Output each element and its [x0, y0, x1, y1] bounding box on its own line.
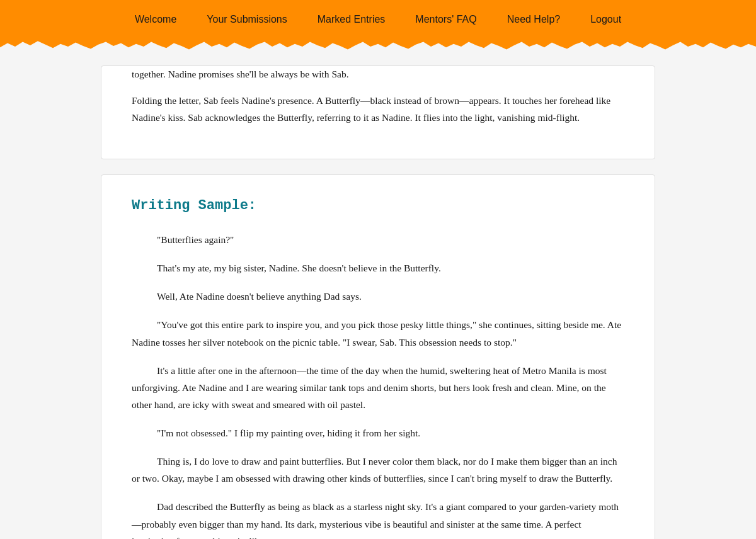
story-para-6: "I'm not obsessed." I flip my painting o…	[132, 424, 624, 441]
story-para-2: That's my ate, my big sister, Nadine. Sh…	[132, 259, 624, 276]
main-nav: Welcome Your Submissions Marked Entries …	[0, 0, 756, 39]
main-content: together. Nadine promises she'll be alwa…	[88, 53, 668, 539]
nav-link-submissions[interactable]: Your Submissions	[207, 14, 287, 25]
story-para-7: Thing is, I do love to draw and paint bu…	[132, 453, 624, 487]
nav-item-need-help[interactable]: Need Help?	[507, 14, 561, 25]
nav-torn-edge	[0, 39, 756, 53]
nav-item-mentors-faq[interactable]: Mentors' FAQ	[415, 14, 476, 25]
writing-sample-heading: Writing Sample:	[132, 198, 624, 213]
nav-link-welcome[interactable]: Welcome	[135, 14, 176, 25]
story-para-5: It's a little after one in the afternoon…	[132, 362, 624, 413]
nav-item-logout[interactable]: Logout	[590, 14, 621, 25]
partial-summary-card: together. Nadine promises she'll be alwa…	[101, 65, 655, 159]
nav-item-welcome[interactable]: Welcome	[135, 14, 176, 25]
partial-para-2: Folding the letter, Sab feels Nadine's p…	[132, 93, 624, 126]
partial-para-1: together. Nadine promises she'll be alwa…	[132, 66, 624, 82]
writing-sample-card: Writing Sample: "Butterflies again?" Tha…	[101, 174, 655, 539]
nav-item-marked-entries[interactable]: Marked Entries	[318, 14, 386, 25]
nav-link-marked-entries[interactable]: Marked Entries	[318, 14, 386, 25]
nav-link-mentors-faq[interactable]: Mentors' FAQ	[415, 14, 476, 25]
story-para-4: "You've got this entire park to inspire …	[132, 316, 624, 350]
nav-item-submissions[interactable]: Your Submissions	[207, 14, 287, 25]
nav-link-logout[interactable]: Logout	[590, 14, 621, 25]
story-para-3: Well, Ate Nadine doesn't believe anythin…	[132, 288, 624, 305]
nav-link-need-help[interactable]: Need Help?	[507, 14, 561, 25]
story-para-1: "Butterflies again?"	[132, 231, 624, 248]
story-para-8: Dad described the Butterfly as being as …	[132, 498, 624, 539]
